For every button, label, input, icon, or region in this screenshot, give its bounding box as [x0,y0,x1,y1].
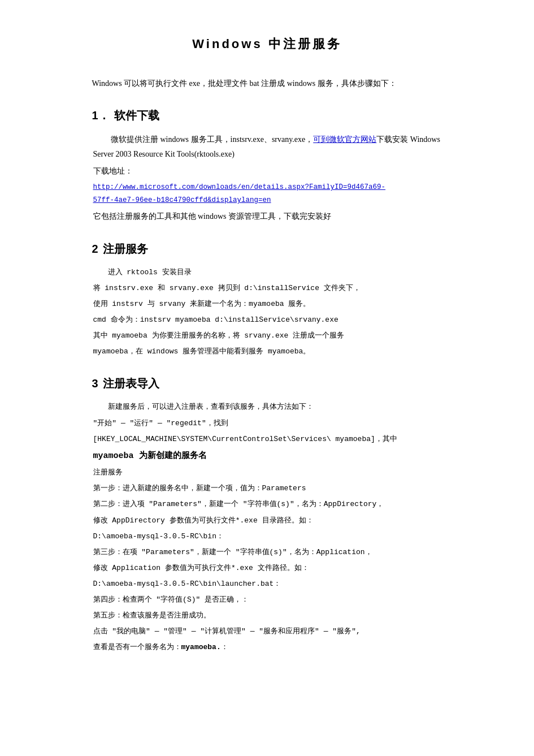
section-3-para-9: 第三步：在项 "Parameters"，新建一个 "字符串值(s)"，名为：Ap… [93,546,442,559]
page-container: Windows 中注册服务 Windows 可以将可执行文件 exe，批处理文件… [47,0,488,715]
section-2: 2 注册服务 进入 rktools 安装目录 将 instsrv.exe 和 s… [92,240,442,358]
section-3-title: 注册表导入 [103,374,159,392]
section-3-para-3: [HKEY_LOCAL_MACHINE\SYSTEM\CurrentContro… [93,433,442,446]
download-url[interactable]: http://www.microsoft.com/downloads/en/de… [93,181,442,207]
section-2-para-4: cmd 命令为：instsrv myamoeba d:\installServi… [93,313,442,327]
section-1-heading: 1． 软件下载 [92,106,442,124]
section-2-para-3: 使用 instsrv 与 srvany 来新建一个名为：myamoeba 服务。 [93,297,442,311]
section-2-title: 注册服务 [103,240,148,258]
section-3-heading: 3 注册表导入 [92,374,442,392]
section-1: 1． 软件下载 微软提供注册 windows 服务工具，instsrv.exe、… [92,106,442,224]
section-1-content: 微软提供注册 windows 服务工具，instsrv.exe、srvany.e… [92,132,442,224]
section-3-para-13: 第五步：检查该服务是否注册成功。 [93,609,442,623]
section-3-para-8: D:\amoeba-mysql-3.0.5-RC\bin： [93,530,442,543]
section-3-para-1: 新建服务后，可以进入注册表，查看到该服务，具体方法如下： [93,400,442,414]
section-1-para-2: 下载地址： [93,164,442,179]
section-2-number: 2 [92,240,98,258]
section-3-para-11: D:\amoeba-mysql-3.0.5-RC\bin\launcher.ba… [93,577,442,591]
section-3-para-15: 查看是否有一个服务名为：myamoeba.： [93,641,442,654]
microsoft-link[interactable]: 可到微软官方网站 [313,135,376,144]
section-3-para-6: 第二步：进入项 "Parameters"，新建一个 "字符串值(s)"，名为：A… [93,498,442,511]
section-3-bold-service: myamoeba 为新创建的服务名 [93,448,442,464]
section-2-para-2: 将 instsrv.exe 和 srvany.exe 拷贝到 d:\instal… [93,282,442,295]
section-1-title: 软件下载 [114,106,159,124]
section-1-para-3: 它包括注册服务的工具和其他 windows 资源管理工具，下载完安装好 [93,209,442,224]
page-title: Windows 中注册服务 [92,34,442,54]
section-3-number: 3 [92,374,98,392]
section-2-para-6: myamoeba，在 windows 服务管理器中能看到服务 myamoeba。 [93,345,442,358]
section-2-content: 进入 rktools 安装目录 将 instsrv.exe 和 srvany.e… [92,266,442,358]
section-3-content: 新建服务后，可以进入注册表，查看到该服务，具体方法如下： "开始" — "运行"… [92,400,442,654]
section-2-heading: 2 注册服务 [92,240,442,258]
section-1-para-1: 微软提供注册 windows 服务工具，instsrv.exe、srvany.e… [93,132,442,162]
section-3-para-14: 点击 "我的电脑" — "管理" — "计算机管理" — "服务和应用程序" —… [93,625,442,638]
intro-paragraph: Windows 可以将可执行文件 exe，批处理文件 bat 注册成 windo… [92,76,442,90]
section-2-para-1: 进入 rktools 安装目录 [93,266,442,279]
section-3-para-12: 第四步：检查两个 "字符值(S)" 是否正确，： [93,593,442,607]
section-3-para-4: 注册服务 [93,466,442,479]
section-3: 3 注册表导入 新建服务后，可以进入注册表，查看到该服务，具体方法如下： "开始… [92,374,442,654]
section-3-para-2: "开始" — "运行" — "regedit"，找到 [93,417,442,430]
section-3-para-5: 第一步：进入新建的服务名中，新建一个项，值为：Parameters [93,482,442,495]
section-3-para-7: 修改 AppDirectory 参数值为可执行文件*.exe 目录路径。如： [93,514,442,528]
section-2-para-5: 其中 myamoeba 为你要注册服务的名称，将 srvany.exe 注册成一… [93,329,442,343]
section-3-para-10: 修改 Application 参数值为可执行文件*.exe 文件路径。如： [93,561,442,575]
section-1-number: 1． [92,106,110,124]
